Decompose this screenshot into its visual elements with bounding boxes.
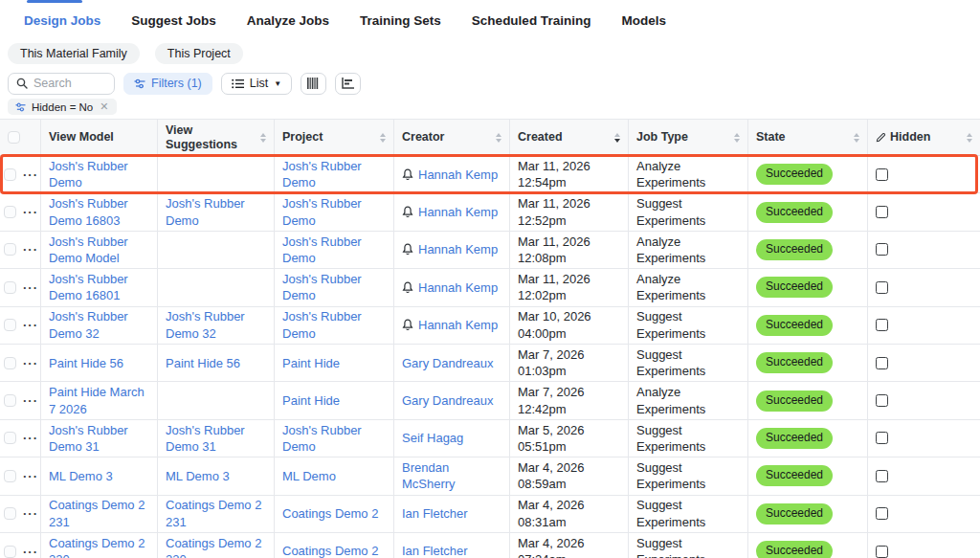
creator-link[interactable]: Hannah Kemp bbox=[418, 317, 498, 333]
view-suggestions-link[interactable]: Josh's Rubber Demo bbox=[166, 195, 266, 229]
row-actions-menu-icon[interactable]: ··· bbox=[23, 546, 38, 558]
scope-chip-this-project[interactable]: This Project bbox=[155, 43, 243, 64]
view-model-link[interactable]: Josh's Rubber Demo 16803 bbox=[49, 195, 149, 229]
row-actions-menu-icon[interactable]: ··· bbox=[23, 319, 38, 331]
row-checkbox[interactable] bbox=[4, 507, 16, 520]
column-header-job-type[interactable]: Job Type bbox=[629, 120, 748, 155]
hidden-checkbox[interactable] bbox=[876, 546, 888, 558]
project-link[interactable]: Paint Hide bbox=[282, 392, 340, 409]
row-checkbox[interactable] bbox=[4, 546, 16, 558]
hidden-checkbox[interactable] bbox=[876, 281, 888, 294]
view-model-link[interactable]: Josh's Rubber Demo 32 bbox=[49, 308, 149, 342]
select-all-checkbox[interactable] bbox=[8, 131, 20, 144]
tab-analyze-jobs[interactable]: Analyze Jobs bbox=[247, 13, 329, 28]
remove-filter-icon[interactable]: ✕ bbox=[99, 100, 109, 113]
project-link[interactable]: Josh's Rubber Demo bbox=[282, 158, 386, 191]
column-header-hidden[interactable]: Hidden bbox=[868, 120, 980, 155]
creator-link[interactable]: Seif Hagag bbox=[402, 430, 463, 446]
row-actions-menu-icon[interactable]: ··· bbox=[23, 394, 38, 407]
view-model-link[interactable]: Josh's Rubber Demo 16801 bbox=[49, 271, 149, 304]
project-link[interactable]: Coatings Demo 2 bbox=[282, 543, 378, 558]
row-checkbox[interactable] bbox=[4, 394, 16, 407]
scope-chip-this-material-family[interactable]: This Material Family bbox=[8, 43, 140, 64]
row-actions-menu-icon[interactable]: ··· bbox=[23, 168, 38, 181]
compact-view-button[interactable] bbox=[301, 73, 326, 95]
creator-link[interactable]: Ian Fletcher bbox=[402, 543, 468, 558]
search-box[interactable] bbox=[8, 73, 115, 95]
creator-link[interactable]: Hannah Kemp bbox=[418, 241, 498, 257]
hidden-checkbox[interactable] bbox=[876, 432, 888, 444]
column-header-created[interactable]: Created bbox=[510, 120, 629, 155]
sort-arrows-icon[interactable] bbox=[967, 133, 972, 143]
row-actions-menu-icon[interactable]: ··· bbox=[23, 206, 38, 218]
creator-link[interactable]: Hannah Kemp bbox=[418, 167, 498, 183]
project-link[interactable]: ML Demo bbox=[282, 468, 336, 484]
view-suggestions-link[interactable]: Coatings Demo 2 230 bbox=[166, 535, 266, 558]
hidden-checkbox[interactable] bbox=[876, 357, 888, 369]
sort-arrows-icon[interactable] bbox=[260, 133, 266, 143]
creator-link[interactable]: Hannah Kemp bbox=[418, 204, 498, 220]
view-suggestions-link[interactable]: ML Demo 3 bbox=[166, 468, 230, 484]
row-checkbox[interactable] bbox=[4, 357, 16, 369]
row-actions-menu-icon[interactable]: ··· bbox=[23, 432, 38, 444]
view-model-link[interactable]: Josh's Rubber Demo Model bbox=[49, 234, 149, 267]
hidden-checkbox[interactable] bbox=[876, 470, 888, 482]
creator-link[interactable]: Hannah Kemp bbox=[418, 279, 498, 296]
row-actions-menu-icon[interactable]: ··· bbox=[23, 507, 38, 520]
row-actions-menu-icon[interactable]: ··· bbox=[23, 357, 38, 369]
column-header-view-suggestions[interactable]: View Suggestions bbox=[158, 120, 275, 155]
tab-design-jobs[interactable]: Design Jobs bbox=[24, 13, 100, 28]
view-suggestions-link[interactable]: Paint Hide 56 bbox=[166, 355, 240, 371]
project-link[interactable]: Josh's Rubber Demo bbox=[282, 422, 386, 456]
view-model-link[interactable]: ML Demo 3 bbox=[49, 468, 113, 484]
view-model-link[interactable]: Josh's Rubber Demo bbox=[49, 158, 149, 191]
filters-button[interactable]: Filters (1) bbox=[123, 73, 212, 95]
sort-arrows-icon[interactable] bbox=[496, 133, 501, 143]
column-header-creator[interactable]: Creator bbox=[394, 120, 510, 155]
view-model-link[interactable]: Coatings Demo 2 231 bbox=[49, 497, 149, 530]
row-actions-menu-icon[interactable]: ··· bbox=[23, 470, 38, 482]
view-suggestions-link[interactable]: Josh's Rubber Demo 31 bbox=[166, 422, 266, 456]
list-view-dropdown[interactable]: List ▼ bbox=[221, 73, 292, 95]
hidden-checkbox[interactable] bbox=[876, 168, 888, 181]
project-link[interactable]: Josh's Rubber Demo bbox=[282, 234, 386, 267]
project-link[interactable]: Coatings Demo 2 bbox=[282, 505, 378, 522]
sort-arrows-icon[interactable] bbox=[380, 133, 386, 143]
view-model-link[interactable]: Paint Hide March 7 2026 bbox=[49, 384, 149, 417]
row-checkbox[interactable] bbox=[4, 432, 16, 444]
tab-suggest-jobs[interactable]: Suggest Jobs bbox=[131, 13, 216, 28]
column-header-view-model[interactable]: View Model bbox=[41, 120, 158, 155]
sort-arrows-icon[interactable] bbox=[614, 133, 620, 143]
chart-view-button[interactable] bbox=[335, 73, 361, 95]
view-model-link[interactable]: Paint Hide 56 bbox=[49, 355, 123, 371]
project-link[interactable]: Josh's Rubber Demo bbox=[282, 195, 386, 229]
hidden-checkbox[interactable] bbox=[876, 507, 888, 520]
hidden-checkbox[interactable] bbox=[876, 319, 888, 331]
project-link[interactable]: Josh's Rubber Demo bbox=[282, 308, 386, 342]
row-checkbox[interactable] bbox=[4, 470, 16, 482]
view-suggestions-link[interactable]: Josh's Rubber Demo 32 bbox=[166, 308, 266, 342]
creator-link[interactable]: Gary Dandreaux bbox=[402, 355, 493, 371]
project-link[interactable]: Josh's Rubber Demo bbox=[282, 271, 386, 304]
creator-link[interactable]: Gary Dandreaux bbox=[402, 392, 493, 409]
view-suggestions-link[interactable]: Coatings Demo 2 231 bbox=[166, 497, 266, 530]
project-link[interactable]: Paint Hide bbox=[282, 355, 340, 371]
sort-arrows-icon[interactable] bbox=[854, 133, 859, 143]
search-input[interactable] bbox=[33, 77, 100, 90]
row-checkbox[interactable] bbox=[4, 206, 16, 218]
creator-link[interactable]: Ian Fletcher bbox=[402, 505, 468, 522]
sort-arrows-icon[interactable] bbox=[734, 133, 740, 143]
tab-scheduled-training[interactable]: Scheduled Training bbox=[472, 13, 591, 28]
row-actions-menu-icon[interactable]: ··· bbox=[23, 281, 38, 294]
column-header-state[interactable]: State bbox=[748, 120, 868, 155]
tab-training-sets[interactable]: Training Sets bbox=[360, 13, 441, 28]
view-model-link[interactable]: Josh's Rubber Demo 31 bbox=[49, 422, 149, 456]
filter-tag-hidden-no[interactable]: Hidden = No ✕ bbox=[8, 99, 117, 115]
row-actions-menu-icon[interactable]: ··· bbox=[23, 243, 38, 256]
tab-models[interactable]: Models bbox=[621, 13, 666, 28]
hidden-checkbox[interactable] bbox=[876, 206, 888, 218]
column-header-project[interactable]: Project bbox=[275, 120, 394, 155]
row-checkbox[interactable] bbox=[4, 281, 16, 294]
row-checkbox[interactable] bbox=[4, 319, 16, 331]
row-checkbox[interactable] bbox=[4, 168, 16, 181]
